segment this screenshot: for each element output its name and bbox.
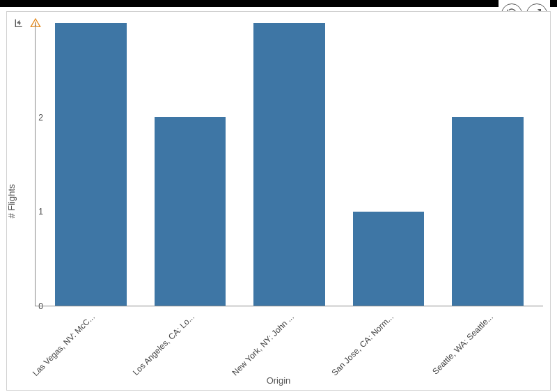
x-tick-slot: Las Vegas, NV: McC... bbox=[40, 306, 140, 375]
x-tick-slot: San Jose, CA: Norm... bbox=[338, 306, 438, 375]
export-button[interactable] bbox=[13, 17, 25, 30]
chart-area bbox=[35, 23, 543, 306]
bar-slot bbox=[240, 23, 339, 306]
y-axis-label: # Flights bbox=[6, 184, 17, 218]
bar[interactable] bbox=[452, 117, 524, 306]
bar[interactable] bbox=[353, 212, 425, 306]
bar-slot bbox=[339, 23, 439, 306]
bar-container bbox=[36, 23, 543, 306]
window-topbar bbox=[0, 0, 557, 7]
bar-slot bbox=[141, 23, 240, 306]
x-tick-label: San Jose, CA: Norm... bbox=[329, 312, 395, 377]
x-tick-slot: Seattle, WA: Seattle... bbox=[438, 306, 538, 375]
x-tick-slot: Los Angeles, CA: Lo... bbox=[140, 306, 240, 375]
x-tick-label: Las Vegas, NV: McC... bbox=[31, 312, 97, 378]
bar[interactable] bbox=[155, 117, 226, 306]
export-icon bbox=[13, 17, 24, 31]
x-tick-label: Seattle, WA: Seattle... bbox=[430, 312, 495, 377]
x-axis-label: Origin bbox=[7, 375, 550, 386]
bar[interactable] bbox=[253, 23, 325, 306]
x-tick-label: New York, NY: John ... bbox=[230, 312, 296, 377]
bar-slot bbox=[438, 23, 538, 306]
x-axis-ticks: Las Vegas, NV: McC...Los Angeles, CA: Lo… bbox=[35, 306, 543, 375]
x-tick-label: Los Angeles, CA: Lo... bbox=[131, 312, 196, 377]
x-tick-slot: New York, NY: John ... bbox=[240, 306, 339, 375]
plot-area bbox=[35, 23, 543, 306]
bar[interactable] bbox=[55, 23, 127, 306]
bar-slot bbox=[41, 23, 141, 306]
chart-panel: # Flights 012 Las Vegas, NV: McC...Los A… bbox=[6, 11, 551, 391]
